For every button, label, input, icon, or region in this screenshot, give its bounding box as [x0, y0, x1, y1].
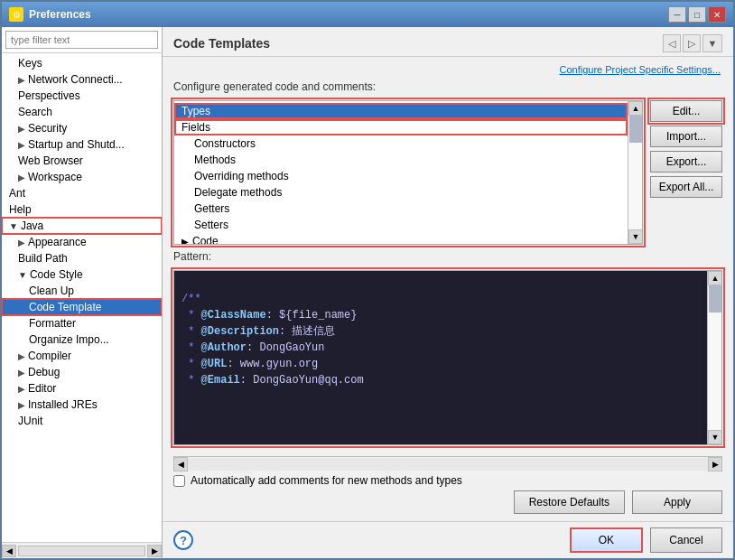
- list-item-delegate[interactable]: Delegate methods: [174, 184, 628, 201]
- pattern-line-3: * @Description: 描述信息: [181, 325, 335, 338]
- sidebar-item-compiler[interactable]: ▶ Compiler: [2, 348, 162, 364]
- panel-body: Configure Project Specific Settings... C…: [163, 57, 733, 453]
- scroll-left-btn[interactable]: ◀: [2, 545, 16, 557]
- export-all-button[interactable]: Export All...: [650, 176, 722, 198]
- sidebar-item-network[interactable]: ▶ Network Connecti...: [2, 71, 162, 88]
- nav-dropdown-button[interactable]: ▼: [702, 34, 722, 52]
- pattern-line-1: /**: [181, 293, 201, 305]
- window-title: Preferences: [29, 8, 91, 21]
- jres-arrow: ▶: [18, 400, 25, 410]
- list-item-code[interactable]: ▶ Code: [174, 233, 628, 244]
- ok-button[interactable]: OK: [570, 527, 643, 553]
- pattern-label: Pattern:: [173, 250, 722, 263]
- list-item-getters[interactable]: Getters: [174, 201, 628, 217]
- scroll-track: [628, 116, 642, 229]
- description-label: Configure generated code and comments:: [173, 80, 722, 93]
- scroll-right-btn[interactable]: ▶: [147, 545, 162, 557]
- sidebar-item-startup[interactable]: ▶ Startup and Shutd...: [2, 136, 162, 153]
- network-arrow: ▶: [18, 75, 25, 85]
- config-link[interactable]: Configure Project Specific Settings...: [173, 64, 722, 75]
- close-button[interactable]: ✕: [708, 6, 726, 23]
- template-list-vscroll: ▲ ▼: [628, 101, 642, 244]
- sidebar: Keys ▶ Network Connecti... Perspectives …: [2, 27, 163, 558]
- panel-header: Code Templates ◁ ▷ ▼: [163, 27, 733, 57]
- workspace-arrow: ▶: [18, 173, 25, 182]
- sidebar-item-keys[interactable]: Keys: [2, 55, 162, 71]
- title-bar-left: ⚙ Preferences: [9, 7, 91, 22]
- sidebar-item-security[interactable]: ▶ Security: [2, 120, 162, 136]
- pattern-h-scroll-right[interactable]: ▶: [708, 457, 722, 471]
- h-scroll-track: [18, 546, 145, 556]
- sidebar-item-codetemplate[interactable]: Code Template: [2, 299, 162, 315]
- edit-button[interactable]: Edit...: [650, 100, 722, 122]
- minimize-button[interactable]: ─: [668, 6, 686, 23]
- sidebar-item-search[interactable]: Search: [2, 104, 162, 120]
- cancel-button[interactable]: Cancel: [650, 527, 722, 553]
- filter-box: [2, 27, 162, 53]
- sidebar-item-debug[interactable]: ▶ Debug: [2, 364, 162, 380]
- appearance-arrow: ▶: [18, 238, 25, 247]
- pattern-scroll-track: [708, 285, 721, 430]
- ok-cancel-buttons: OK Cancel: [570, 527, 722, 553]
- sidebar-item-organizeimpo[interactable]: Organize Impo...: [2, 331, 162, 348]
- sidebar-item-help[interactable]: Help: [2, 201, 162, 218]
- pattern-h-scroll: ◀ ▶: [173, 456, 722, 471]
- sidebar-item-buildpath[interactable]: Build Path: [2, 250, 162, 266]
- pattern-scroll-up[interactable]: ▲: [708, 271, 722, 285]
- import-button[interactable]: Import...: [650, 126, 722, 147]
- sidebar-item-codestyle[interactable]: ▼ Code Style: [2, 266, 162, 283]
- bottom-bar: ? OK Cancel: [163, 521, 733, 558]
- sidebar-item-webbrowser[interactable]: Web Browser: [2, 153, 162, 169]
- export-button[interactable]: Export...: [650, 151, 722, 173]
- help-button[interactable]: ?: [173, 530, 193, 550]
- nav-back-button[interactable]: ◁: [663, 34, 681, 52]
- java-arrow: ▼: [9, 221, 18, 231]
- restore-defaults-button[interactable]: Restore Defaults: [514, 490, 625, 514]
- maximize-button[interactable]: □: [688, 6, 706, 23]
- codestyle-arrow: ▼: [18, 270, 27, 280]
- sidebar-scrollbar[interactable]: ◀ ▶: [2, 542, 162, 558]
- pattern-container: /** * @ClassName: ${file_name} * @Descri…: [173, 270, 722, 445]
- sidebar-item-formatter[interactable]: Formatter: [2, 315, 162, 331]
- sidebar-item-editor[interactable]: ▶ Editor: [2, 380, 162, 397]
- scroll-thumb[interactable]: [629, 116, 642, 143]
- sidebar-item-workspace[interactable]: ▶ Workspace: [2, 169, 162, 185]
- nav-arrows: ◁ ▷ ▼: [663, 34, 722, 52]
- pattern-h-scroll-track: [188, 458, 708, 471]
- sidebar-item-junit[interactable]: JUnit: [2, 413, 162, 429]
- sidebar-item-perspectives[interactable]: Perspectives: [2, 88, 162, 104]
- pattern-vscroll: ▲ ▼: [707, 271, 721, 444]
- template-tree-list: Types Fields Constructors Methods: [173, 100, 643, 245]
- sidebar-item-cleanup[interactable]: Clean Up: [2, 283, 162, 299]
- apply-button[interactable]: Apply: [632, 490, 722, 514]
- pattern-scroll-thumb[interactable]: [709, 285, 721, 313]
- pattern-line-2: * @ClassName: ${file_name}: [181, 309, 357, 322]
- list-item-constructors[interactable]: Constructors: [174, 135, 628, 152]
- sidebar-item-ant[interactable]: Ant: [2, 185, 162, 201]
- sidebar-item-appearance[interactable]: ▶ Appearance: [2, 234, 162, 250]
- pattern-line-4: * @Author: DongGaoYun: [181, 341, 324, 354]
- list-item-fields[interactable]: Fields: [174, 119, 628, 135]
- list-item-methods[interactable]: Methods: [174, 152, 628, 168]
- pattern-line-5: * @URL: www.gyun.org: [181, 358, 318, 370]
- sidebar-item-java[interactable]: ▼ Java: [2, 218, 162, 234]
- list-item-overriding[interactable]: Overriding methods: [174, 168, 628, 184]
- title-buttons: ─ □ ✕: [668, 6, 726, 23]
- pattern-h-scroll-left[interactable]: ◀: [173, 457, 188, 471]
- title-bar: ⚙ Preferences ─ □ ✕: [2, 2, 733, 27]
- list-item-setters[interactable]: Setters: [174, 217, 628, 233]
- scroll-down-btn[interactable]: ▼: [628, 229, 643, 244]
- auto-comment-checkbox[interactable]: [173, 475, 185, 487]
- window-icon: ⚙: [9, 7, 23, 22]
- pattern-scroll-down[interactable]: ▼: [708, 430, 722, 444]
- filter-input[interactable]: [5, 31, 158, 49]
- sidebar-tree: Keys ▶ Network Connecti... Perspectives …: [2, 53, 162, 542]
- template-list-scroll: Types Fields Constructors Methods: [174, 101, 628, 244]
- top-row-container: Types Fields Constructors Methods: [173, 100, 722, 245]
- sidebar-item-installedjres[interactable]: ▶ Installed JREs: [2, 397, 162, 413]
- scroll-up-btn[interactable]: ▲: [628, 101, 643, 116]
- list-item-types[interactable]: Types: [174, 103, 628, 119]
- nav-forward-button[interactable]: ▷: [683, 34, 701, 52]
- security-arrow: ▶: [18, 124, 25, 134]
- pattern-code[interactable]: /** * @ClassName: ${file_name} * @Descri…: [174, 271, 707, 444]
